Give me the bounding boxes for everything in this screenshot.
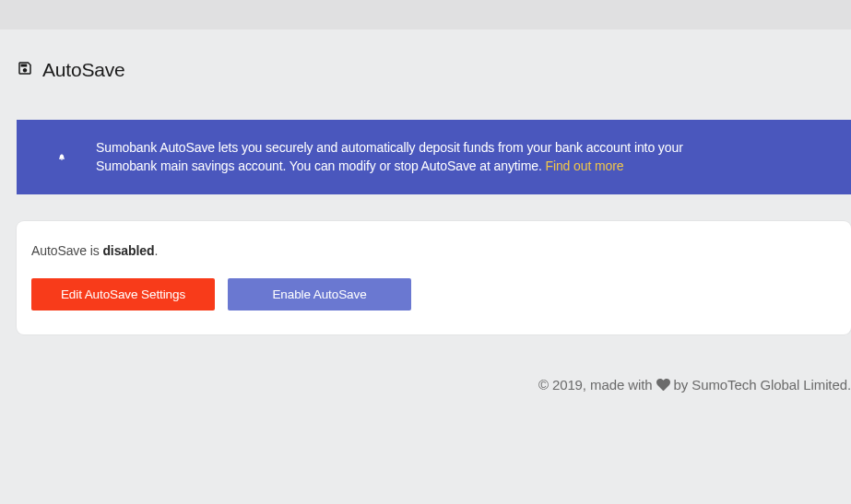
status-state: disabled [102, 243, 154, 258]
edit-autosave-settings-button[interactable]: Edit AutoSave Settings [31, 278, 215, 311]
heart-icon [656, 378, 670, 394]
banner-text: Sumobank AutoSave lets you securely and … [96, 138, 723, 176]
status-prefix: AutoSave is [31, 243, 102, 258]
autosave-card: AutoSave is disabled. Edit AutoSave Sett… [17, 221, 851, 334]
info-banner: Sumobank AutoSave lets you securely and … [17, 120, 851, 194]
topbar [0, 0, 851, 29]
status-suffix: . [154, 243, 158, 258]
footer-copyright: © 2019, made with [538, 377, 656, 393]
find-out-more-link[interactable]: Find out more [545, 158, 623, 173]
autosave-status: AutoSave is disabled. [31, 243, 836, 258]
main-content: AutoSave Sumobank AutoSave lets you secu… [0, 29, 851, 394]
page-title-row: AutoSave [17, 59, 851, 81]
page-title: AutoSave [42, 59, 124, 81]
button-row: Edit AutoSave Settings Enable AutoSave [31, 278, 836, 311]
footer: © 2019, made with by SumoTech Global Lim… [17, 377, 851, 394]
enable-autosave-button[interactable]: Enable AutoSave [228, 278, 411, 311]
save-icon [17, 60, 33, 80]
bell-icon [37, 150, 65, 164]
footer-by: by SumoTech Global Limited. [670, 377, 851, 393]
